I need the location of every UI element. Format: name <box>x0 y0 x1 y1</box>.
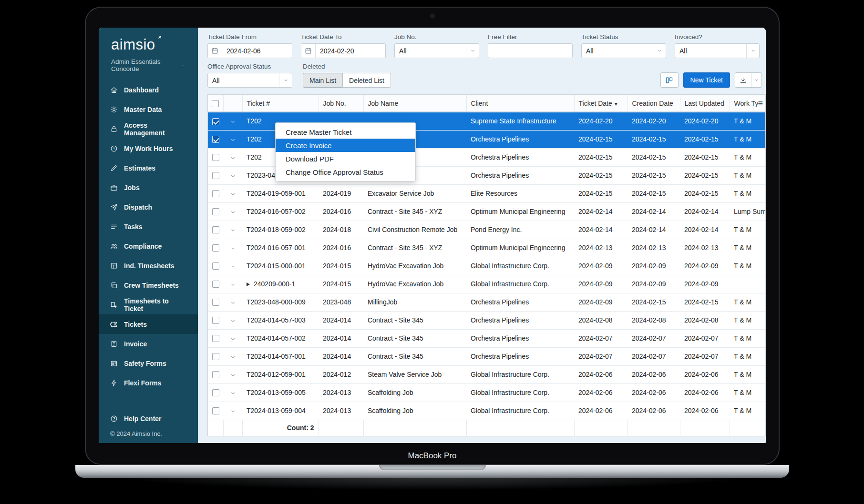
ticket-row[interactable]: T2024-016-057-0012024-016Contract - Site… <box>208 239 765 257</box>
row-actions-dropdown[interactable] <box>230 353 236 360</box>
ticket-row[interactable]: T2024-016-057-0022024-016Contract - Site… <box>208 202 765 221</box>
sidebar-item-master-data[interactable]: Master Data <box>99 100 198 119</box>
row-actions-dropdown[interactable] <box>230 171 236 179</box>
row-actions-dropdown[interactable] <box>230 371 236 378</box>
ticket-row[interactable]: T2024-018-059-0022024-018Civil Construct… <box>208 221 765 239</box>
ticket-row[interactable]: T2023-048-000-0092023-048MillingJobOrche… <box>208 293 765 311</box>
ticket-row[interactable]: T2024-019-059-0012024-019Excavator Servi… <box>208 184 765 202</box>
ticket-row[interactable]: T2024-013-059-0052024-013Scaffolding Job… <box>208 383 765 402</box>
row-checkbox[interactable] <box>212 136 219 143</box>
column-header-last-updated[interactable]: Last Updated <box>680 95 730 112</box>
row-actions-dropdown[interactable] <box>230 262 236 270</box>
ticket-row[interactable]: T2024-013-059-0042024-013Scaffolding Job… <box>208 402 765 420</box>
ticket-date-to-input[interactable] <box>316 44 385 58</box>
sidebar-item-label: Ind. Timesheets <box>124 262 175 270</box>
context-menu-item-create-invoice[interactable]: Create Invoice <box>276 139 415 152</box>
context-menu-item-change-office-approval-status[interactable]: Change Office Approval Status <box>276 165 415 179</box>
row-actions-dropdown[interactable] <box>230 280 236 288</box>
row-checkbox[interactable] <box>212 389 219 396</box>
context-menu-item-create-master-ticket[interactable]: Create Master Ticket <box>276 125 415 139</box>
row-checkbox[interactable] <box>212 226 219 233</box>
row-actions-dropdown[interactable] <box>230 407 236 414</box>
row-checkbox[interactable] <box>212 154 219 161</box>
sidebar-item-timesheets-to-ticket[interactable]: Timesheets to Ticket <box>99 295 198 314</box>
job-no-select[interactable]: All <box>394 43 479 58</box>
sidebar-item-my-work-hours[interactable]: My Work Hours <box>99 139 198 158</box>
ticket-status-select[interactable]: All <box>581 43 666 58</box>
row-actions-dropdown[interactable] <box>230 334 236 342</box>
cell-client: Orchestra Pipelines <box>471 153 529 161</box>
column-header-job-no[interactable]: Job No. <box>319 95 363 112</box>
ticket-row[interactable]: T2024-014-057-0032024-014Contract - Site… <box>208 311 765 329</box>
row-actions-dropdown[interactable] <box>230 226 236 233</box>
row-actions-dropdown[interactable] <box>230 117 236 125</box>
cell-last-updated: 2024-02-20 <box>684 117 719 125</box>
sidebar-item-flexi-forms[interactable]: Flexi Forms <box>99 373 198 393</box>
column-header-work-type[interactable]: Work Ty <box>730 95 765 112</box>
sidebar-item-dashboard[interactable]: Dashboard <box>99 80 198 100</box>
column-header-creation-date[interactable]: Creation Date <box>627 95 680 112</box>
column-header-ticket[interactable]: Ticket # <box>242 95 319 112</box>
ticket-row[interactable]: T2024-012-059-0012024-012Steam Valve Ser… <box>208 365 765 383</box>
ticket-row[interactable]: T2024-014-057-0012024-014Contract - Site… <box>208 347 765 365</box>
row-checkbox[interactable] <box>212 407 219 414</box>
sidebar-item-compliance[interactable]: Compliance <box>99 236 198 256</box>
context-menu-item-download-pdf[interactable]: Download PDF <box>276 152 415 165</box>
row-actions-dropdown[interactable] <box>230 190 236 197</box>
sidebar-item-ind-timesheets[interactable]: Ind. Timesheets <box>99 256 198 275</box>
deleted-list-button[interactable]: Deleted List <box>342 73 391 88</box>
column-header-client[interactable]: Client <box>466 95 574 112</box>
sidebar-item-safety-forms[interactable]: Safety Forms <box>99 353 198 373</box>
sidebar-item-access-management[interactable]: Access Management <box>99 119 198 139</box>
row-checkbox[interactable] <box>212 371 219 378</box>
sidebar-item-tasks[interactable]: Tasks <box>99 217 198 236</box>
macbook-base <box>75 465 789 478</box>
sidebar-item-crew-timesheets[interactable]: Crew Timesheets <box>99 275 198 295</box>
row-checkbox[interactable] <box>212 190 219 197</box>
sort-desc-icon[interactable] <box>612 100 617 107</box>
row-actions-dropdown[interactable] <box>230 389 236 396</box>
export-button[interactable] <box>735 72 762 88</box>
ticket-row[interactable]: T2024-014-057-0022024-014Contract - Site… <box>208 329 765 347</box>
new-ticket-button[interactable]: New Ticket <box>683 72 730 88</box>
layout-toggle-button[interactable] <box>660 72 679 88</box>
row-actions-dropdown[interactable] <box>230 208 236 215</box>
chevron-down-icon <box>230 227 236 233</box>
sidebar-item-tickets[interactable]: Tickets <box>99 314 198 334</box>
main-list-button[interactable]: Main List <box>303 73 343 88</box>
sidebar-item-invoice[interactable]: Invoice <box>99 334 198 353</box>
row-checkbox[interactable] <box>212 299 219 306</box>
ticket-date-from-input[interactable] <box>222 44 292 58</box>
ticket-row[interactable]: T2024-015-000-0012024-015HydroVac Excava… <box>208 257 765 275</box>
sidebar-item-help-center[interactable]: Help Center <box>99 409 198 428</box>
row-checkbox[interactable] <box>212 172 219 179</box>
row-checkbox[interactable] <box>212 317 219 324</box>
row-actions-dropdown[interactable] <box>230 244 236 252</box>
row-checkbox[interactable] <box>212 244 219 252</box>
organization-selector[interactable]: Admin Essentials Concorde <box>99 53 198 80</box>
row-checkbox[interactable] <box>212 262 219 270</box>
free-filter-input[interactable] <box>488 44 572 58</box>
select-all-checkbox[interactable] <box>212 100 219 107</box>
copy-icon <box>110 282 118 289</box>
sidebar-item-label: Dashboard <box>124 86 159 94</box>
sidebar-item-jobs[interactable]: Jobs <box>99 178 198 197</box>
expand-row-icon[interactable] <box>247 282 250 286</box>
column-header-job-name[interactable]: Job Name <box>363 95 466 112</box>
ticket-row[interactable]: 240209-000-12024-015HydroVac Excavation … <box>208 275 765 293</box>
row-actions-dropdown[interactable] <box>230 135 236 143</box>
invoiced-select[interactable]: All <box>675 43 760 58</box>
office-approval-status-select[interactable]: All <box>207 73 292 88</box>
row-actions-dropdown[interactable] <box>230 298 236 306</box>
column-menu-icon[interactable] <box>758 98 763 108</box>
sidebar-item-dispatch[interactable]: Dispatch <box>99 197 198 217</box>
row-checkbox[interactable] <box>212 353 219 360</box>
row-actions-dropdown[interactable] <box>230 316 236 324</box>
row-checkbox[interactable] <box>212 335 219 342</box>
row-actions-dropdown[interactable] <box>230 153 236 161</box>
row-checkbox[interactable] <box>212 208 219 215</box>
sidebar-item-estimates[interactable]: Estimates <box>99 158 198 178</box>
row-checkbox[interactable] <box>212 281 219 288</box>
row-checkbox[interactable] <box>212 118 219 125</box>
column-header-ticket-date[interactable]: Ticket Date <box>574 95 627 112</box>
